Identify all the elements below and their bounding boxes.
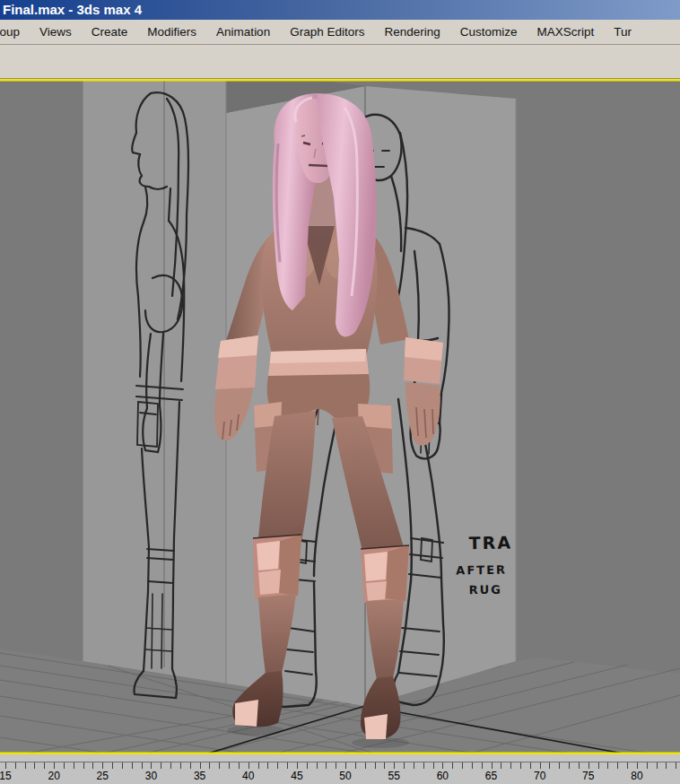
frame-tick [549,762,550,769]
frame-tick [297,762,298,769]
frame-tick [74,762,74,769]
frame-label-60: 60 [437,770,449,782]
frame-label-50: 50 [339,770,351,782]
frame-tick [482,762,483,769]
menu-item-rendering[interactable]: Rendering [374,25,449,39]
frame-tick [5,762,6,769]
frame-label-45: 45 [291,770,302,782]
perspective-viewport[interactable]: TRA AFTER RUG [0,79,680,754]
wall-note-line1: TRA [469,532,513,553]
frame-label-75: 75 [582,770,594,782]
menu-item-modifiers[interactable]: Modifiers [137,25,206,39]
frame-tick [501,762,501,769]
window-title: Final.max - 3ds max 4 [3,2,142,17]
frame-tick [520,762,521,769]
title-bar[interactable]: Final.max - 3ds max 4 [0,0,680,20]
frame-tick [15,762,16,769]
frame-label-40: 40 [242,770,254,782]
frame-tick [676,762,676,769]
menu-item-animation[interactable]: Animation [206,25,280,39]
frame-tick [219,762,220,769]
frame-tick [142,762,143,769]
viewport-margin [0,754,680,762]
frame-tick [336,762,336,769]
frame-tick [151,762,152,769]
frame-label-20: 20 [48,770,59,782]
frame-tick [170,762,171,769]
frame-tick [657,762,658,769]
frame-tick [277,762,278,769]
frame-tick [132,762,133,769]
frame-tick [579,762,580,769]
frame-label-80: 80 [631,770,642,782]
frame-tick [190,762,191,769]
frame-tick [433,762,434,769]
frame-label-15: 15 [0,770,12,782]
frame-tick [209,762,210,769]
wall-note-line3: RUG [469,583,503,597]
frame-tick [161,762,161,769]
frame-tick [375,762,376,769]
menu-item-customize[interactable]: Customize [450,25,527,39]
menu-item-roup[interactable]: roup [0,25,30,39]
frame-tick [666,762,667,769]
frame-tick [92,762,93,769]
frame-tick [404,762,405,769]
frame-label-65: 65 [485,770,497,782]
frame-tick [54,762,55,769]
menu-item-maxscript[interactable]: MAXScript [527,25,605,39]
menu-item-tur[interactable]: Tur [604,25,641,39]
menu-item-graph-editors[interactable]: Graph Editors [280,25,374,39]
frame-label-30: 30 [145,770,157,782]
frame-tick [326,762,327,769]
frame-tick [287,762,288,769]
frame-tick [34,762,35,769]
frame-tick [200,762,201,769]
frame-tick [569,762,570,769]
frame-tick [345,762,346,769]
frame-tick [442,762,443,769]
main-toolbar: All ▼ [0,45,680,79]
frame-label-35: 35 [194,770,205,782]
frame-tick [607,762,608,769]
active-viewport-border-top [0,79,680,82]
frame-tick [384,762,385,769]
model-right-cuff [404,337,443,384]
menu-item-views[interactable]: Views [30,25,82,39]
3ds-max-window: Final.max - 3ds max 4 roupViewsCreateMod… [0,0,680,784]
frame-tick [267,762,268,769]
viewport-scene: TRA AFTER RUG [0,79,680,754]
frame-tick [627,762,628,769]
frame-tick [355,762,356,769]
frame-tick [423,762,424,769]
frame-tick [64,762,65,769]
track-bar[interactable]: 1520253035404550556065707580 [0,762,680,784]
frame-tick [647,762,648,769]
frame-tick [617,762,618,769]
frame-tick [472,762,473,769]
frame-tick [44,762,45,769]
frame-label-25: 25 [97,770,109,782]
frame-tick [530,762,531,769]
frame-tick [598,762,599,769]
frame-label-55: 55 [388,770,400,782]
frame-tick [559,762,560,769]
frame-tick [510,762,511,769]
menu-item-create[interactable]: Create [82,25,138,39]
frame-tick [492,762,493,769]
frame-tick [258,762,259,769]
frame-label-70: 70 [534,770,545,782]
frame-tick [122,762,123,769]
frame-tick [394,762,395,769]
model-right-kneepad [361,545,409,603]
frame-tick [83,762,84,769]
frame-tick [112,762,113,769]
wall-note-line2: AFTER [456,563,507,578]
frame-tick [248,762,249,769]
frame-tick [540,762,541,769]
frame-tick [229,762,230,769]
frame-tick [365,762,366,769]
menu-bar: roupViewsCreateModifiersAnimationGraph E… [0,20,680,45]
frame-tick [452,762,453,769]
frame-tick [25,762,26,769]
